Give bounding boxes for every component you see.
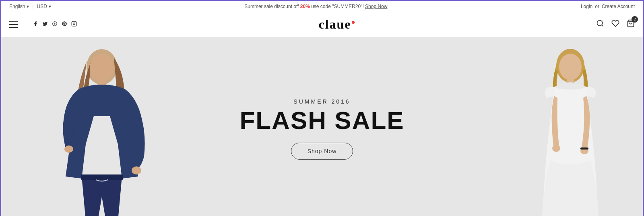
social-icons <box>33 21 77 28</box>
svg-rect-16 <box>580 147 588 150</box>
pinterest-icon[interactable] <box>62 21 67 28</box>
language-arrow: ▾ <box>27 4 29 9</box>
hamburger-menu[interactable] <box>9 21 18 28</box>
nav-right: 2 <box>596 19 635 29</box>
svg-point-15 <box>552 145 560 152</box>
model-left <box>21 39 174 216</box>
cart-icon[interactable]: 2 <box>627 19 635 29</box>
svg-point-9 <box>64 145 73 153</box>
svg-point-8 <box>132 166 141 174</box>
promo-text-after: use code "SUMMER20"! <box>310 4 365 9</box>
login-link[interactable]: Login <box>581 4 592 9</box>
logo-text: claue <box>318 17 351 31</box>
wishlist-icon[interactable] <box>611 19 619 29</box>
logo[interactable]: claue <box>318 17 354 32</box>
svg-point-6 <box>90 54 114 82</box>
shop-now-button[interactable]: Shop Now <box>291 143 353 160</box>
main-nav: claue 2 <box>1 12 643 37</box>
hamburger-line-2 <box>9 24 18 25</box>
divider: | <box>32 4 33 9</box>
currency-selector[interactable]: USD <box>37 4 47 9</box>
hero-subtitle: SUMMER 2016 <box>239 98 404 105</box>
hero-title: FLASH SALE <box>239 108 404 133</box>
svg-point-2 <box>597 21 603 26</box>
instagram-icon[interactable] <box>71 21 77 28</box>
cart-badge: 2 <box>632 16 638 23</box>
promo-highlight: 20% <box>300 4 310 9</box>
facebook-icon[interactable] <box>33 21 38 28</box>
hamburger-line-3 <box>9 27 18 28</box>
top-bar-left: English ▾ | USD ▾ <box>9 4 51 9</box>
create-account-link[interactable]: Create Account <box>602 4 635 9</box>
nav-center: claue <box>77 17 596 32</box>
googleplus-icon[interactable] <box>52 21 58 28</box>
svg-rect-10 <box>81 174 123 180</box>
top-bar-right: Login or Create Account <box>581 4 635 9</box>
twitter-icon[interactable] <box>42 21 48 28</box>
model-right <box>510 39 631 216</box>
search-icon[interactable] <box>596 19 604 29</box>
logo-dot <box>352 21 355 24</box>
language-selector[interactable]: English <box>9 4 25 9</box>
or-text: or <box>595 4 599 9</box>
hero-text: SUMMER 2016 FLASH SALE Shop Now <box>239 98 404 160</box>
promo-shop-now[interactable]: Shop Now <box>365 4 387 9</box>
svg-line-3 <box>602 25 603 27</box>
svg-rect-0 <box>72 21 76 26</box>
nav-left <box>9 21 77 28</box>
top-bar: English ▾ | USD ▾ Summer sale discount o… <box>1 1 643 12</box>
top-bar-promo: Summer sale discount off 20% use code "S… <box>51 4 581 9</box>
hamburger-line-1 <box>9 21 18 22</box>
hero-banner: SUMMER 2016 FLASH SALE Shop Now <box>1 37 643 216</box>
svg-point-12 <box>559 54 582 80</box>
promo-text-before: Summer sale discount off <box>244 4 300 9</box>
